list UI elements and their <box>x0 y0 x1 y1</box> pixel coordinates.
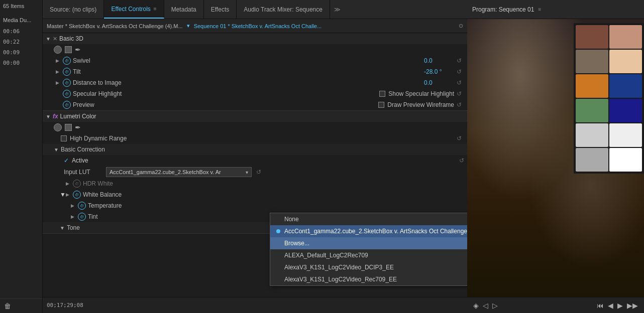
timecode-4: 00:00 <box>0 58 42 68</box>
selected-dot <box>276 229 280 233</box>
hdr-checkbox[interactable] <box>61 135 67 141</box>
swatch-6 <box>609 74 642 98</box>
tilt-stopwatch[interactable]: ⏱ <box>63 68 71 76</box>
preview-reset[interactable]: ↺ <box>454 101 464 108</box>
tint-expand[interactable]: ▶ <box>71 214 78 219</box>
tab-bar: Source: (no clips) Effect Controls ≡ Met… <box>43 0 467 19</box>
active-label: Active <box>72 157 88 164</box>
lumetri-circle-icon[interactable] <box>54 123 62 131</box>
distance-expand[interactable]: ▶ <box>56 80 63 85</box>
lut-dropdown-value: AccCont1_gamma22.cube_2.SketchBox v. Ar <box>110 169 246 175</box>
color-checker <box>574 23 644 174</box>
hdr-reset[interactable]: ↺ <box>454 135 464 142</box>
active-reset[interactable]: ↺ <box>459 157 464 164</box>
panel-bottom-controls: 🗑 <box>0 298 42 313</box>
tilt-label: Tilt <box>73 68 424 75</box>
active-checkmark: ✓ <box>64 157 69 164</box>
swivel-expand[interactable]: ▶ <box>56 58 63 63</box>
play-button[interactable]: ▶ <box>615 300 625 310</box>
tone-arrow: ▼ <box>60 225 65 231</box>
basic3d-brush-icon[interactable]: ✒ <box>75 46 81 54</box>
temp-stopwatch[interactable]: ⏱ <box>78 202 86 210</box>
distance-value[interactable]: 0.0 <box>424 79 454 86</box>
sequence-arrow[interactable]: ▾ <box>187 23 190 29</box>
specular-stopwatch[interactable]: ⏱ <box>63 90 71 98</box>
basic3d-expand-icon: ✕ <box>53 36 57 42</box>
lut-dropdown-overlay: None AccCont1_gamma22.cube_2.SketchBox v… <box>270 213 467 286</box>
basic3d-square-icon[interactable] <box>65 46 72 53</box>
lut-option-browse[interactable]: Browse... <box>270 237 467 249</box>
basic3d-icon-row: ✒ <box>43 44 467 55</box>
master-clip-label: Master * SketchBox v. ArtSnacks Oct Chal… <box>47 23 183 29</box>
mark-in-button[interactable]: ◁ <box>481 300 490 310</box>
input-lut-dropdown[interactable]: AccCont1_gamma22.cube_2.SketchBox v. Ar … <box>106 167 252 177</box>
white-balance-label: White Balance <box>83 191 464 198</box>
swatch-1 <box>576 25 608 49</box>
lut-option-alexa-default[interactable]: ALEXA_Default_LogC2Rec709 <box>270 249 467 261</box>
tint-stopwatch[interactable]: ⏱ <box>78 213 86 221</box>
timecode-3: 00:09 <box>0 47 42 58</box>
wb-stopwatch[interactable]: ⏱ <box>73 191 81 199</box>
marker-button[interactable]: ◈ <box>471 300 481 310</box>
tab-effect-controls[interactable]: Effect Controls ≡ <box>104 0 164 19</box>
swatch-5 <box>576 74 608 98</box>
hdr-white-expand[interactable]: ▶ <box>66 181 73 186</box>
go-to-in-button[interactable]: ⏮ <box>595 300 606 310</box>
swatch-11 <box>576 148 608 172</box>
lut-reset[interactable]: ↺ <box>254 169 264 176</box>
swatch-4 <box>609 50 642 73</box>
swivel-stopwatch[interactable]: ⏱ <box>63 57 71 65</box>
tab-metadata[interactable]: Metadata <box>164 0 204 19</box>
preview-checkbox[interactable] <box>378 102 384 108</box>
tab-overflow-button[interactable]: ≫ <box>330 0 345 19</box>
preview-row: ⏱ Preview Draw Preview Wireframe ↺ <box>43 99 467 110</box>
effect-controls-menu-icon[interactable]: ≡ <box>154 6 157 12</box>
media-label: Media Du... <box>0 14 42 26</box>
swatch-12 <box>609 148 642 172</box>
tab-source[interactable]: Source: (no clips) <box>43 0 104 19</box>
tab-effects[interactable]: Effects <box>204 0 237 19</box>
basic3d-circle-icon[interactable] <box>54 46 62 54</box>
program-title: Program: Sequence 01 <box>472 6 534 13</box>
effects-content-area: ▼ ✕ Basic 3D ✒ ▶ ⏱ Swivel 0.0 ↺ <box>43 33 467 297</box>
basic-correction-header[interactable]: ▼ Basic Correction <box>43 144 467 155</box>
basic-correction-arrow: ▼ <box>54 147 59 152</box>
white-balance-header[interactable]: ▼ ▶ ⏱ White Balance <box>43 189 467 200</box>
swivel-reset[interactable]: ↺ <box>454 57 464 64</box>
preview-stopwatch[interactable]: ⏱ <box>63 101 71 109</box>
step-forward-button[interactable]: ▶▶ <box>625 300 640 310</box>
basic3d-header[interactable]: ▼ ✕ Basic 3D <box>43 33 467 44</box>
distance-stopwatch[interactable]: ⏱ <box>63 79 71 87</box>
lut-option-alexav3-dcip3[interactable]: AlexaV3_K1S1_LogC2Video_DCIP3_EE <box>270 261 467 273</box>
step-back-button[interactable]: ◀ <box>606 300 615 310</box>
lumetri-header[interactable]: ▼ fx Lumetri Color <box>43 111 467 122</box>
swatch-10 <box>609 123 642 147</box>
temp-expand[interactable]: ▶ <box>71 203 78 208</box>
specular-reset[interactable]: ↺ <box>454 90 464 97</box>
lumetri-square-icon[interactable] <box>65 124 72 131</box>
lut-option-alexav3-rec709[interactable]: AlexaV3_K1S1_LogC2Video_Rec709_EE <box>270 273 467 285</box>
specular-checkbox[interactable] <box>379 91 385 97</box>
distance-row: ▶ ⏱ Distance to Image 0.0 ↺ <box>43 77 467 88</box>
specular-label: Specular Highlight <box>73 90 379 97</box>
trash-icon[interactable]: 🗑 <box>2 301 13 311</box>
mark-out-button[interactable]: ▷ <box>490 300 500 310</box>
swivel-value[interactable]: 0.0 <box>424 57 454 64</box>
lut-option-none[interactable]: None <box>270 213 467 225</box>
lumetri-brush-icon[interactable]: ✒ <box>75 123 81 131</box>
tone-label: Tone <box>67 224 80 231</box>
swatch-7 <box>576 99 608 122</box>
sequence-reset-icon[interactable]: ⊙ <box>459 23 463 29</box>
lut-option-acccont1[interactable]: AccCont1_gamma22.cube_2.SketchBox v. Art… <box>270 225 467 237</box>
tilt-expand[interactable]: ▶ <box>56 69 63 74</box>
tilt-value[interactable]: -28.0 ° <box>424 68 454 75</box>
input-lut-row: Input LUT AccCont1_gamma22.cube_2.Sketch… <box>43 166 467 178</box>
tab-audio-track-mixer[interactable]: Audio Track Mixer: Sequence <box>237 0 330 19</box>
tilt-reset[interactable]: ↺ <box>454 68 464 75</box>
basic3d-collapse-arrow: ▼ <box>46 36 51 42</box>
timecode-1: 00:06 <box>0 26 42 37</box>
distance-reset[interactable]: ↺ <box>454 79 464 86</box>
lumetri-collapse-arrow: ▼ <box>46 114 51 119</box>
wb-expand[interactable]: ▶ <box>66 192 73 197</box>
program-menu-icon[interactable]: ≡ <box>538 7 541 12</box>
